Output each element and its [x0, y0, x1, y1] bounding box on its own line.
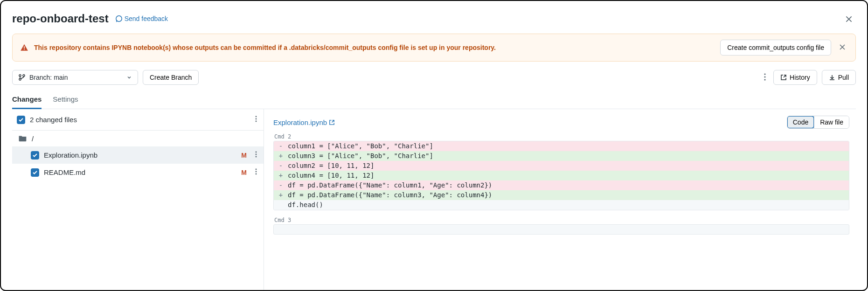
- svg-point-8: [764, 79, 765, 80]
- svg-rect-1: [24, 46, 25, 48]
- warning-icon: [20, 43, 28, 52]
- tree-root[interactable]: /: [12, 131, 264, 146]
- svg-point-16: [256, 171, 257, 173]
- diff-block-cmd2: column1 = ["Alice", "Bob", "Charlie"]col…: [273, 141, 849, 210]
- toggle-raw-file[interactable]: Raw file: [814, 116, 849, 128]
- file-row-menu[interactable]: [253, 150, 259, 160]
- diff-line: column1 = ["Alice", "Bob", "Charlie"]: [274, 141, 849, 151]
- diff-block-cmd3: [273, 224, 849, 235]
- history-label: History: [790, 74, 810, 81]
- cmd-label: Cmd 3: [274, 217, 849, 223]
- folder-icon: [19, 134, 27, 143]
- alert-text: This repository contains IPYNB notebook(…: [34, 44, 715, 51]
- tab-changes[interactable]: Changes: [12, 91, 42, 109]
- diff-line: column3 = ["Alice", "Bob", "Charlie"]: [274, 151, 849, 161]
- create-commit-outputs-button[interactable]: Create commit_outputs config file: [720, 40, 831, 55]
- changed-files-count: 2 changed files: [30, 116, 249, 124]
- view-toggle: Code Raw file: [787, 116, 849, 129]
- select-all-checkbox[interactable]: [17, 116, 25, 124]
- svg-point-15: [256, 169, 257, 170]
- branch-selector[interactable]: Branch: main: [12, 70, 138, 85]
- diff-line: column2 = [10, 11, 12]: [274, 161, 849, 171]
- svg-point-9: [256, 116, 257, 118]
- branch-icon: [18, 74, 26, 81]
- svg-point-12: [256, 152, 257, 153]
- file-row-menu[interactable]: [253, 167, 259, 177]
- file-name: README.md: [44, 168, 236, 176]
- file-checkbox[interactable]: [31, 151, 39, 159]
- file-checkbox[interactable]: [31, 168, 39, 177]
- send-feedback-link[interactable]: Send feedback: [115, 15, 168, 22]
- svg-point-13: [256, 154, 257, 155]
- open-file-label: Exploration.ipynb: [273, 118, 327, 126]
- toolbar-overflow-menu[interactable]: [761, 70, 769, 85]
- tree-root-label: /: [32, 135, 34, 143]
- open-file-link[interactable]: Exploration.ipynb: [273, 118, 335, 126]
- diff-line: df = pd.DataFrame({"Name": column3, "Age…: [274, 190, 849, 200]
- send-feedback-label: Send feedback: [125, 15, 168, 22]
- comment-icon: [115, 15, 123, 22]
- pull-label: Pull: [838, 74, 849, 81]
- svg-point-14: [256, 156, 257, 158]
- svg-point-10: [256, 118, 257, 120]
- commit-outputs-alert: This repository contains IPYNB notebook(…: [12, 34, 856, 62]
- svg-point-7: [764, 76, 765, 77]
- toggle-code[interactable]: Code: [787, 116, 814, 128]
- svg-rect-2: [24, 49, 25, 50]
- pull-icon: [829, 74, 835, 81]
- svg-point-5: [23, 75, 25, 76]
- file-row-exploration[interactable]: Exploration.ipynb M: [12, 146, 264, 164]
- close-dialog-button[interactable]: [845, 15, 853, 25]
- diff-line: df = pd.DataFrame({"Name": column1, "Age…: [274, 180, 849, 190]
- history-button[interactable]: History: [773, 70, 817, 85]
- create-branch-button[interactable]: Create Branch: [143, 70, 199, 85]
- chevron-down-icon: [126, 75, 132, 80]
- cmd-label: Cmd 2: [274, 133, 849, 140]
- svg-point-11: [256, 121, 257, 122]
- file-status-badge: M: [241, 169, 247, 176]
- file-row-readme[interactable]: README.md M: [12, 164, 264, 181]
- repo-title: repo-onboard-test: [12, 12, 109, 25]
- tab-settings[interactable]: Settings: [53, 91, 78, 109]
- svg-point-6: [764, 73, 765, 75]
- file-status-badge: M: [241, 152, 247, 159]
- file-name: Exploration.ipynb: [44, 151, 236, 159]
- diff-line: column4 = [10, 11, 12]: [274, 171, 849, 180]
- branch-label: Branch: main: [29, 74, 68, 81]
- svg-point-17: [256, 173, 257, 175]
- diff-line: df.head(): [274, 200, 849, 210]
- alert-close-button[interactable]: [837, 42, 848, 54]
- svg-point-3: [19, 75, 21, 76]
- pull-button[interactable]: Pull: [822, 70, 856, 85]
- changed-files-menu[interactable]: [253, 115, 259, 125]
- external-link-icon: [780, 74, 787, 81]
- external-link-icon: [329, 119, 335, 125]
